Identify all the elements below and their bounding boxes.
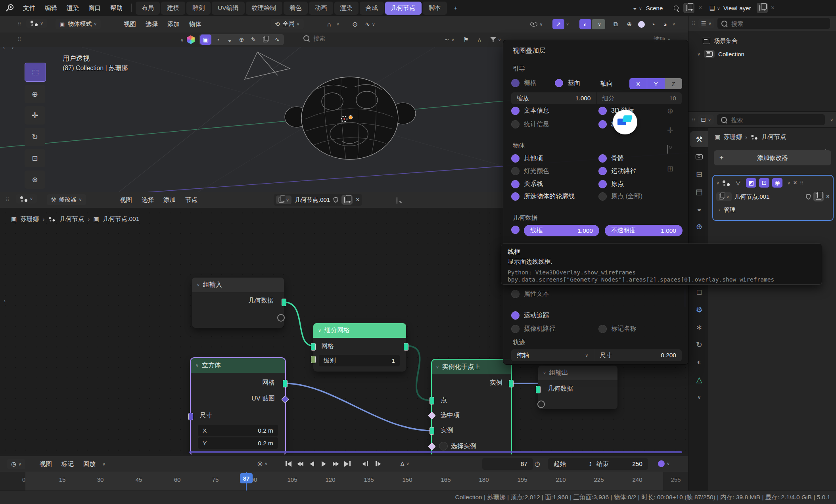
timeline-menu-view[interactable]: 视图 [35, 460, 57, 468]
socket-instance-in[interactable] [430, 427, 434, 435]
header-grip[interactable]: ⠿ [692, 117, 695, 123]
outliner-editor-dropdown[interactable]: ☰∨ [698, 19, 715, 28]
modifier-extras-dropdown[interactable]: ∨ [787, 180, 790, 186]
tab-physics[interactable]: ↻ [690, 337, 708, 353]
timeline-ruler[interactable]: 0 15 30 45 60 75 90 105 120 135 150 165 … [0, 472, 688, 491]
falloff-dropdown[interactable]: ∨ [180, 38, 184, 43]
tool-move[interactable]: ✛ [25, 106, 45, 125]
h-scrollbar[interactable] [189, 451, 682, 453]
viewport-menu-select[interactable]: 选择 [141, 20, 163, 29]
tab-scripting[interactable]: 脚本 [423, 2, 447, 15]
tracks-size-field[interactable]: 尺寸0.200 [594, 349, 682, 361]
toggle-render[interactable]: ◉ [772, 178, 782, 188]
scene-strip-icon[interactable]: ∨ [654, 458, 674, 469]
motion-paths-checkbox[interactable]: 运动路径 [598, 167, 637, 175]
jump-to-start-button[interactable] [282, 458, 294, 469]
tab-object[interactable]: □ [690, 284, 708, 300]
level-field[interactable]: 级别1 [319, 355, 400, 366]
play-reverse-button[interactable] [306, 458, 318, 469]
fake-user-shield-icon[interactable] [806, 194, 811, 200]
tab-output[interactable]: ⊟ [690, 166, 708, 182]
shading-wireframe-icon[interactable]: ⊕ [623, 19, 635, 29]
viewlayer-icon[interactable]: ▤∨ [709, 4, 720, 11]
properties-options-dropdown[interactable]: ∨ [830, 117, 833, 123]
tab-scene[interactable]: ◒ [690, 201, 708, 217]
shading-solid-icon[interactable] [635, 19, 647, 29]
tool-cursor[interactable]: ⊕ [25, 85, 45, 103]
outliner-row-scene-collection[interactable]: 场景集合 [703, 35, 738, 47]
node-cube[interactable]: ∨立方体 网格 UV 贴图 尺寸 X0.2 m Y0.2 m [191, 358, 285, 454]
tab-sculpting[interactable]: 雕刻 [186, 2, 211, 15]
toggle-edit-mode[interactable]: ▽ [733, 178, 743, 188]
bookmark-icon[interactable]: ⚑ [460, 34, 472, 45]
editor-type-dropdown[interactable]: ∨ [26, 19, 47, 28]
tool-scale[interactable]: ⊡ [25, 149, 45, 167]
tab-layout[interactable]: 布局 [136, 2, 160, 15]
menu-file[interactable]: 文件 [18, 4, 40, 12]
tab-compositing[interactable]: 合成 [360, 2, 384, 15]
expand-icon[interactable]: ∨ [697, 52, 700, 57]
zoom-icon[interactable]: ⊕ [667, 106, 673, 115]
socket-virtual[interactable] [277, 314, 285, 322]
node-header[interactable]: ∨立方体 [191, 358, 285, 373]
viewport-menu-add[interactable]: 添加 [163, 20, 184, 29]
panel-expand-icon[interactable]: ∨ [716, 180, 719, 186]
socket-geometry-in[interactable] [536, 386, 541, 393]
node-menu-node[interactable]: 节点 [180, 196, 202, 204]
gizmos-toggle[interactable]: ↗ [552, 19, 564, 29]
unlink-node-group-icon[interactable]: × [826, 193, 830, 200]
tab-geometry-nodes[interactable]: 几何节点 [385, 2, 422, 15]
size-x-field[interactable]: X0.2 m [198, 425, 278, 436]
hierarchy-icon[interactable]: ⑃ [474, 34, 485, 45]
breadcrumb-modifier[interactable]: 几何节点 [761, 133, 786, 141]
node-header[interactable]: ∨细分网格 [313, 323, 406, 338]
drag-handle[interactable]: ⠿ [800, 180, 803, 186]
viewlayer-name[interactable]: ViewLayer [723, 5, 751, 11]
tab-animation[interactable]: 动画 [309, 2, 333, 15]
overlays-dropdown[interactable]: ∨ [592, 19, 605, 29]
node-group-input[interactable]: ∨组输入 几何数据 [192, 278, 284, 328]
snap-icon[interactable]: ∩ [323, 19, 335, 29]
snap-dropdown[interactable]: ∨ [336, 21, 339, 27]
proportional-edit-icon[interactable]: ⊙ [349, 19, 361, 29]
shading-material-icon[interactable]: ◔ [647, 19, 659, 29]
axis-x-toggle[interactable]: X [629, 78, 647, 89]
overlays-toggle[interactable]: ◐ [579, 19, 591, 29]
viewport-menu-object[interactable]: 物体 [184, 20, 206, 29]
node-header[interactable]: ∨组输入 [192, 278, 284, 292]
filter-fluid-icon[interactable]: ◒ [224, 34, 235, 45]
tab-particles[interactable]: ∗ [690, 319, 708, 335]
annotation-dropdown-icon[interactable]: ∼∨ [443, 34, 455, 45]
wireframe-checkbox[interactable] [511, 226, 520, 234]
filter-shading-icon[interactable]: ◔ [212, 34, 223, 45]
tab-render[interactable] [690, 149, 708, 165]
filter-curve-icon[interactable]: ∿ [272, 34, 283, 45]
menu-help[interactable]: 帮助 [105, 4, 127, 12]
socket-mesh-out[interactable] [404, 343, 408, 351]
socket-level-in[interactable] [311, 356, 316, 363]
socket-virtual[interactable] [537, 401, 545, 408]
node-header[interactable]: ∨实例化于点上 [432, 360, 511, 374]
motion-tracking-checkbox[interactable]: 运动追踪 [511, 311, 549, 320]
light-colors-checkbox[interactable]: 灯光颜色 [511, 167, 549, 175]
tab-modifiers[interactable]: ⚙ [690, 302, 708, 318]
breadcrumb-object[interactable]: 苏珊娜 [724, 133, 742, 141]
tab-rendering[interactable]: 渲染 [334, 2, 359, 15]
viewport-menu-view[interactable]: 视图 [119, 20, 141, 29]
stats-checkbox[interactable]: 统计信息 [511, 120, 549, 128]
tab-uv-editing[interactable]: UV编辑 [212, 2, 245, 15]
pan-icon[interactable]: ✛ [667, 126, 673, 135]
next-keyframe-button[interactable] [330, 458, 341, 469]
origins-all-checkbox[interactable]: 原点 (全部) [598, 192, 642, 201]
socket-geometry-out[interactable] [282, 299, 286, 306]
node-menu-view[interactable]: 视图 [115, 196, 137, 204]
shading-rendered-icon[interactable]: ◕ [659, 19, 671, 29]
opacity-slider[interactable]: 不透明度1.000 [605, 225, 683, 236]
filter-image-icon[interactable] [260, 34, 271, 45]
add-workspace-button[interactable]: + [448, 2, 464, 14]
node-group-browse-dropdown[interactable]: ∨ [716, 192, 732, 201]
socket-points-in[interactable] [430, 397, 434, 404]
node-group-browse-dropdown[interactable]: ∨ [276, 195, 291, 204]
pick-instance-toggle[interactable] [439, 442, 448, 450]
node-group-name[interactable]: 几何节点.001 [295, 196, 330, 204]
